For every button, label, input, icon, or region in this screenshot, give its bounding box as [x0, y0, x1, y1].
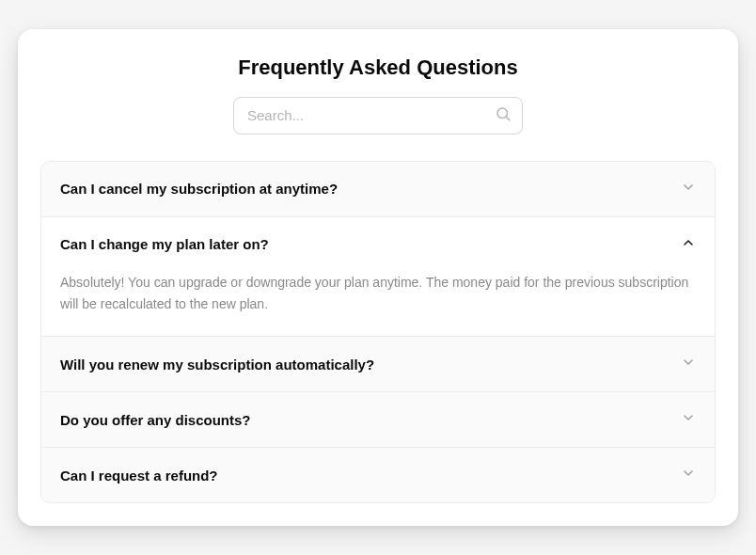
chevron-down-icon: [681, 410, 696, 429]
faq-accordion: Can I cancel my subscription at anytime?…: [40, 161, 716, 503]
chevron-up-icon: [681, 235, 696, 254]
search-input[interactable]: [233, 97, 523, 135]
faq-item: Do you offer any discounts?: [41, 392, 715, 448]
faq-question: Can I change my plan later on?: [60, 236, 269, 252]
chevron-down-icon: [681, 180, 696, 198]
faq-item-body: Absolutely! You can upgrade or downgrade…: [41, 272, 715, 336]
faq-answer: Absolutely! You can upgrade or downgrade…: [60, 272, 696, 315]
faq-item: Can I request a refund?: [41, 448, 715, 502]
faq-item-header[interactable]: Do you offer any discounts?: [41, 392, 715, 447]
faq-question: Can I cancel my subscription at anytime?: [60, 181, 338, 197]
search-container: [40, 97, 716, 135]
chevron-down-icon: [681, 466, 696, 484]
faq-item-header[interactable]: Will you renew my subscription automatic…: [41, 337, 715, 391]
chevron-down-icon: [681, 355, 696, 373]
search-box: [233, 97, 523, 135]
faq-item: Will you renew my subscription automatic…: [41, 337, 715, 392]
page-title: Frequently Asked Questions: [40, 56, 716, 80]
faq-item: Can I change my plan later on? Absolutel…: [41, 217, 715, 337]
faq-item-header[interactable]: Can I cancel my subscription at anytime?: [41, 162, 715, 216]
faq-item-header[interactable]: Can I request a refund?: [41, 448, 715, 502]
faq-item-header[interactable]: Can I change my plan later on?: [41, 217, 715, 272]
faq-item: Can I cancel my subscription at anytime?: [41, 162, 715, 217]
faq-question: Do you offer any discounts?: [60, 412, 251, 428]
faq-question: Can I request a refund?: [60, 468, 218, 484]
faq-question: Will you renew my subscription automatic…: [60, 357, 374, 373]
faq-card: Frequently Asked Questions Can I cancel …: [18, 29, 738, 526]
